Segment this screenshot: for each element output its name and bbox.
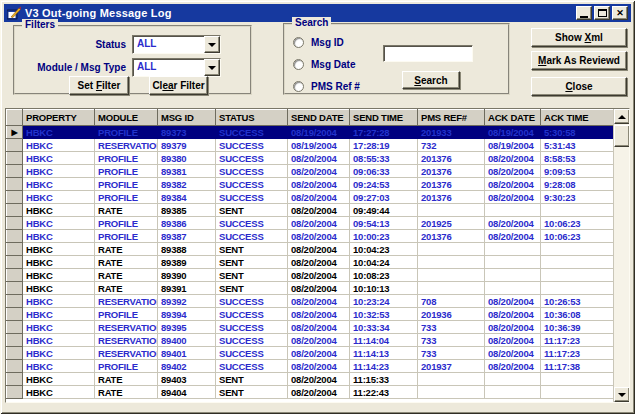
row-selector[interactable]: ▶ bbox=[7, 178, 23, 191]
table-row[interactable]: ▶ HBKC RATE 89389 SENT 08/20/2004 10:04:… bbox=[7, 256, 614, 269]
table-row[interactable]: ▶ HBKC RESERVATION 89392 SUCCESS 08/20/2… bbox=[7, 295, 614, 308]
table-row[interactable]: ▶ HBKC PROFILE 89394 SUCCESS 08/20/2004 … bbox=[7, 308, 614, 321]
table-row[interactable]: ▶ HBKC RESERVATION 89401 SUCCESS 08/20/2… bbox=[7, 347, 614, 360]
radio-pms-ref-circle[interactable] bbox=[293, 81, 304, 92]
clear-filter-button[interactable]: Clear Filter bbox=[149, 76, 208, 95]
row-selector[interactable]: ▶ bbox=[7, 126, 23, 139]
row-selector[interactable]: ▶ bbox=[7, 165, 23, 178]
cell-ack-time bbox=[541, 373, 614, 386]
row-selector[interactable]: ▶ bbox=[7, 269, 23, 282]
minimize-button[interactable] bbox=[576, 6, 592, 20]
column-header-status[interactable]: STATUS bbox=[216, 110, 288, 126]
column-header-send-time[interactable]: SEND TIME bbox=[350, 110, 418, 126]
row-selector[interactable]: ▶ bbox=[7, 295, 23, 308]
radio-msg-id-circle[interactable] bbox=[293, 37, 304, 48]
column-header-ack-date[interactable]: ACK DATE bbox=[485, 110, 541, 126]
show-xml-button[interactable]: Show Xml bbox=[531, 28, 627, 47]
radio-msg-id[interactable]: Msg ID bbox=[293, 36, 344, 48]
row-selector[interactable]: ▶ bbox=[7, 256, 23, 269]
row-selector[interactable]: ▶ bbox=[7, 373, 23, 386]
cell-property: HBKC bbox=[23, 139, 95, 152]
row-selector[interactable]: ▶ bbox=[7, 191, 23, 204]
table-row[interactable]: ▶ HBKC PROFILE 89381 SUCCESS 08/20/2004 … bbox=[7, 165, 614, 178]
table-row[interactable]: ▶ HBKC RATE 89385 SENT 08/20/2004 09:49:… bbox=[7, 204, 614, 217]
cell-module: RATE bbox=[95, 386, 158, 399]
table-row[interactable]: ▶ HBKC PROFILE 89384 SUCCESS 08/20/2004 … bbox=[7, 191, 614, 204]
maximize-button[interactable] bbox=[594, 6, 610, 20]
column-header-pms-ref[interactable]: PMS REF# bbox=[418, 110, 485, 126]
row-selector[interactable]: ▶ bbox=[7, 360, 23, 373]
row-selector[interactable]: ▶ bbox=[7, 347, 23, 360]
table-row[interactable]: ▶ HBKC PROFILE 89402 SUCCESS 08/20/2004 … bbox=[7, 360, 614, 373]
search-input[interactable] bbox=[383, 45, 473, 62]
table-row[interactable]: ▶ HBKC RATE 89388 SENT 08/20/2004 10:04:… bbox=[7, 243, 614, 256]
row-selector[interactable]: ▶ bbox=[7, 217, 23, 230]
column-header-msg-id[interactable]: MSG ID bbox=[158, 110, 216, 126]
radio-pms-ref-label: PMS Ref # bbox=[311, 81, 360, 92]
row-selector[interactable]: ▶ bbox=[7, 282, 23, 295]
status-dropdown-button[interactable] bbox=[204, 36, 220, 53]
scrollbar-thumb[interactable] bbox=[614, 125, 630, 147]
column-header-send-date[interactable]: SEND DATE bbox=[288, 110, 350, 126]
cell-property: HBKC bbox=[23, 191, 95, 204]
row-selector[interactable]: ▶ bbox=[7, 334, 23, 347]
status-label: Status bbox=[15, 39, 126, 50]
table-row[interactable]: ▶ HBKC PROFILE 89382 SUCCESS 08/20/2004 … bbox=[7, 178, 614, 191]
cell-pms-ref bbox=[418, 243, 485, 256]
row-selector[interactable]: ▶ bbox=[7, 152, 23, 165]
cell-msg-id: 89401 bbox=[158, 347, 216, 360]
cell-status: SENT bbox=[216, 204, 288, 217]
row-selector[interactable]: ▶ bbox=[7, 321, 23, 334]
column-header-module[interactable]: MODULE bbox=[95, 110, 158, 126]
close-button[interactable]: Close bbox=[531, 77, 627, 96]
search-button[interactable]: Search bbox=[402, 71, 460, 89]
cell-ack-date bbox=[485, 373, 541, 386]
module-dropdown-value: ALL bbox=[133, 59, 204, 76]
status-dropdown[interactable]: ALL bbox=[132, 35, 221, 54]
column-header-ack-time[interactable]: ACK TIME bbox=[541, 110, 614, 126]
scroll-up-button[interactable] bbox=[614, 109, 630, 124]
module-label: Module / Msg Type bbox=[15, 62, 126, 73]
cell-ack-date: 08/20/2004 bbox=[485, 178, 541, 191]
table-row[interactable]: ▶ HBKC RATE 89404 SENT 08/20/2004 11:22:… bbox=[7, 386, 614, 399]
radio-msg-date[interactable]: Msg Date bbox=[293, 58, 355, 70]
close-window-button[interactable]: ✕ bbox=[612, 6, 628, 20]
cell-module: RATE bbox=[95, 243, 158, 256]
row-selector[interactable]: ▶ bbox=[7, 386, 23, 399]
scroll-down-icon bbox=[618, 393, 626, 397]
column-header-property[interactable]: PROPERTY bbox=[23, 110, 95, 126]
module-dropdown[interactable]: ALL bbox=[132, 58, 221, 77]
scroll-down-button[interactable] bbox=[614, 387, 630, 402]
cell-pms-ref: 708 bbox=[418, 295, 485, 308]
table-row[interactable]: ▶ HBKC RATE 89390 SENT 08/20/2004 10:08:… bbox=[7, 269, 614, 282]
vertical-scrollbar[interactable] bbox=[613, 109, 629, 402]
table-row[interactable]: ▶ HBKC RATE 89391 SENT 08/20/2004 10:10:… bbox=[7, 282, 614, 295]
app-icon bbox=[7, 6, 21, 20]
table-row[interactable]: ▶ HBKC RESERVATION 89395 SUCCESS 08/20/2… bbox=[7, 321, 614, 334]
cell-ack-time: 10:26:53 bbox=[541, 295, 614, 308]
table-row[interactable]: ▶ HBKC PROFILE 89387 SUCCESS 08/20/2004 … bbox=[7, 230, 614, 243]
module-dropdown-button[interactable] bbox=[204, 59, 220, 76]
cell-module: RESERVATION bbox=[95, 334, 158, 347]
row-selector[interactable]: ▶ bbox=[7, 243, 23, 256]
table-row[interactable]: ▶ HBKC RESERVATION 89400 SUCCESS 08/20/2… bbox=[7, 334, 614, 347]
table-row[interactable]: ▶ HBKC PROFILE 89373 SUCCESS 08/19/2004 … bbox=[7, 126, 614, 139]
set-filter-button[interactable]: Set Filter bbox=[69, 76, 129, 95]
row-selector[interactable]: ▶ bbox=[7, 230, 23, 243]
cell-send-time: 09:27:03 bbox=[350, 191, 418, 204]
row-selector[interactable]: ▶ bbox=[7, 204, 23, 217]
table-row[interactable]: ▶ HBKC RATE 89403 SENT 08/20/2004 11:15:… bbox=[7, 373, 614, 386]
row-selector[interactable]: ▶ bbox=[7, 308, 23, 321]
radio-pms-ref[interactable]: PMS Ref # bbox=[293, 80, 360, 92]
mark-as-reviewed-button[interactable]: Mark As Reviewd bbox=[531, 51, 627, 70]
table-row[interactable]: ▶ HBKC PROFILE 89380 SUCCESS 08/20/2004 … bbox=[7, 152, 614, 165]
table-row[interactable]: ▶ HBKC PROFILE 89386 SUCCESS 08/20/2004 … bbox=[7, 217, 614, 230]
cell-ack-date bbox=[485, 243, 541, 256]
cell-module: RESERVATION bbox=[95, 321, 158, 334]
row-selector[interactable]: ▶ bbox=[7, 139, 23, 152]
radio-msg-date-circle[interactable] bbox=[293, 59, 304, 70]
cell-send-date: 08/20/2004 bbox=[288, 256, 350, 269]
cell-pms-ref: 733 bbox=[418, 334, 485, 347]
cell-status: SUCCESS bbox=[216, 360, 288, 373]
table-row[interactable]: ▶ HBKC RESERVATION 89379 SUCCESS 08/19/2… bbox=[7, 139, 614, 152]
